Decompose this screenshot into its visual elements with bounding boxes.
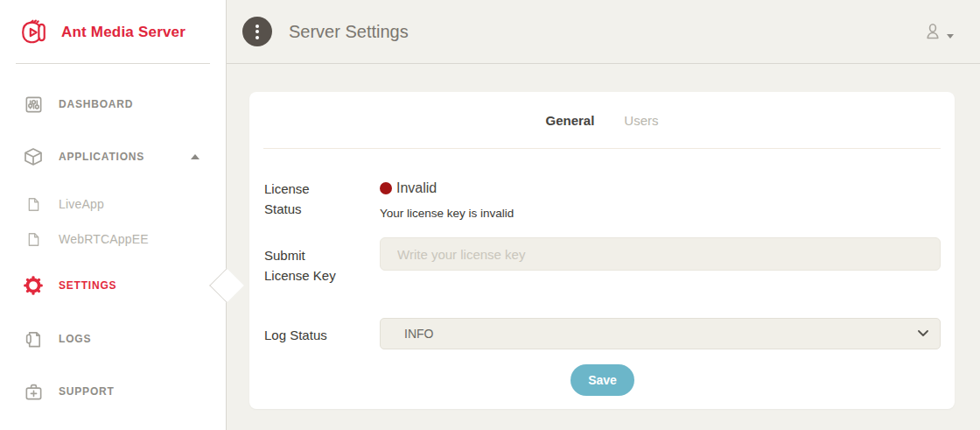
save-row: Save — [264, 364, 941, 396]
content-area: General Users License Status Invalid You… — [227, 64, 980, 430]
chevron-down-icon — [918, 330, 928, 336]
sidebar-nav: DASHBOARD APPLICATIONS — [0, 87, 226, 409]
app-window: Ant Media Server DASHBOARD — [0, 0, 980, 430]
license-status-label: License Status — [264, 179, 380, 220]
kebab-menu-button[interactable] — [242, 17, 272, 46]
gear-icon — [23, 275, 44, 296]
server-settings-card: General Users License Status Invalid You… — [249, 92, 955, 409]
sidebar-item-settings[interactable]: SETTINGS — [0, 268, 226, 303]
tab-general[interactable]: General — [545, 113, 594, 128]
log-status-row: Log Status INFO — [264, 318, 941, 349]
support-case-icon — [23, 381, 44, 402]
sidebar-item-webrtcappee[interactable]: WebRTCAppEE — [0, 222, 226, 257]
main-area: Server Settings General Users — [227, 0, 980, 430]
tab-users[interactable]: Users — [624, 113, 658, 128]
license-status-row: License Status Invalid Your license key … — [264, 179, 941, 220]
sidebar-item-label: SETTINGS — [59, 279, 116, 292]
brand-name: Ant Media Server — [61, 24, 186, 41]
sidebar-item-dashboard[interactable]: DASHBOARD — [0, 87, 226, 122]
sidebar-item-label: APPLICATIONS — [59, 151, 144, 163]
sidebar-item-label: LiveApp — [59, 197, 104, 211]
log-status-select[interactable]: INFO — [380, 318, 941, 349]
status-dot-icon — [380, 182, 392, 194]
license-key-label: Submit License Key — [264, 237, 380, 285]
tabs-bar: General Users — [263, 92, 941, 149]
chevron-up-icon[interactable] — [191, 154, 200, 159]
user-menu[interactable] — [922, 21, 954, 42]
caret-down-icon — [947, 34, 954, 39]
page-title: Server Settings — [289, 22, 409, 42]
user-icon — [922, 21, 943, 42]
topbar: Server Settings — [227, 0, 980, 64]
sidebar-item-label: LOGS — [59, 333, 91, 345]
license-key-input[interactable] — [380, 237, 941, 271]
license-status-value: Invalid — [380, 180, 941, 196]
applications-box-icon — [23, 146, 44, 167]
sidebar: Ant Media Server DASHBOARD — [0, 0, 227, 430]
license-status-description: Your license key is invalid — [380, 207, 941, 220]
sidebar-item-label: SUPPORT — [59, 385, 115, 398]
save-button[interactable]: Save — [570, 364, 634, 396]
sidebar-item-label: DASHBOARD — [59, 98, 133, 110]
license-key-row: Submit License Key — [264, 237, 941, 285]
sidebar-item-logs[interactable]: LOGS — [0, 321, 226, 356]
file-icon — [23, 229, 44, 250]
logs-document-icon — [23, 328, 44, 349]
file-icon — [23, 194, 44, 215]
ant-media-logo-icon — [16, 15, 51, 50]
log-status-selected-value: INFO — [404, 319, 433, 349]
sidebar-item-applications[interactable]: APPLICATIONS — [0, 139, 226, 174]
sidebar-item-label: WebRTCAppEE — [59, 232, 149, 246]
sidebar-item-support[interactable]: SUPPORT — [0, 374, 226, 409]
dashboard-sliders-icon — [23, 94, 44, 115]
sidebar-item-liveapp[interactable]: LiveApp — [0, 187, 226, 222]
log-status-label: Log Status — [264, 318, 380, 349]
brand[interactable]: Ant Media Server — [0, 0, 226, 64]
settings-form: License Status Invalid Your license key … — [249, 149, 955, 396]
